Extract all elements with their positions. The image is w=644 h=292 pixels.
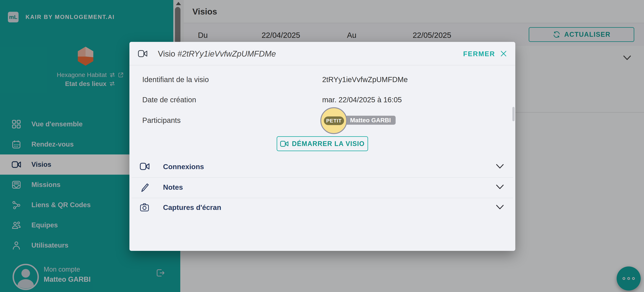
modal-title: Visio #2tRYy1ieVvfwZpUMFDMe	[158, 49, 276, 58]
pencil-icon	[140, 183, 149, 193]
photo-camera-icon	[140, 203, 149, 212]
start-visio-button[interactable]: DÉMARRER LA VISIO	[277, 136, 368, 151]
chevron-down-icon[interactable]	[496, 184, 504, 190]
participant-badge: PETIT	[324, 116, 344, 125]
visio-id: #2tRYy1ieVvfwZpUMFDMe	[178, 49, 276, 58]
close-button[interactable]: FERMER	[463, 50, 507, 58]
field-label: Identifiant de la visio	[142, 76, 209, 84]
participant-name: Matteo GARBI	[350, 117, 391, 124]
field-value: mar. 22/04/2025 à 16:05	[322, 96, 402, 104]
accordion-captures[interactable]: Captures d'écran	[130, 200, 515, 216]
start-visio-label: DÉMARRER LA VISIO	[292, 140, 364, 148]
video-camera-icon	[280, 140, 288, 147]
participants-label: Participants	[142, 116, 181, 124]
participant-avatar[interactable]: PETIT	[320, 107, 347, 134]
modal-header: Visio #2tRYy1ieVvfwZpUMFDMe FERMER	[130, 42, 515, 66]
accordion-label: Captures d'écran	[163, 204, 221, 212]
field-label: Date de création	[142, 96, 196, 104]
accordion-label: Notes	[163, 183, 183, 191]
divider	[132, 177, 513, 178]
divider	[132, 198, 513, 198]
field-value: 2tRYy1ieVvfwZpUMFDMe	[322, 76, 408, 84]
accordion-label: Connexions	[163, 163, 204, 171]
participant-chip[interactable]: Matteo GARBI	[345, 116, 396, 125]
close-label: FERMER	[463, 50, 495, 58]
visio-detail-modal: Visio #2tRYy1ieVvfwZpUMFDMe FERMER Ident…	[130, 42, 515, 251]
modal-scrollbar-thumb[interactable]	[512, 107, 514, 121]
accordion-notes[interactable]: Notes	[130, 179, 515, 196]
close-icon[interactable]	[500, 50, 507, 58]
chevron-down-icon[interactable]	[496, 204, 504, 210]
modal-title-prefix: Visio	[158, 49, 178, 58]
video-camera-icon	[138, 50, 148, 58]
chevron-down-icon[interactable]	[496, 164, 504, 170]
video-camera-icon	[140, 162, 150, 171]
accordion-connexions[interactable]: Connexions	[130, 159, 515, 176]
